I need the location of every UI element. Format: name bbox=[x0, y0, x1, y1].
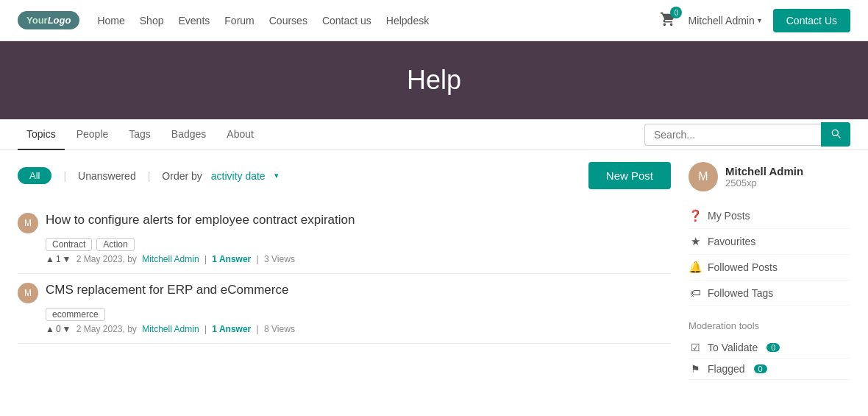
vote-control: ▲ 0 ▼ bbox=[46, 324, 71, 334]
new-post-button[interactable]: New Post bbox=[588, 162, 671, 189]
nav-link-forum[interactable]: Forum bbox=[224, 15, 254, 27]
user-name: Mitchell Admin bbox=[688, 15, 754, 27]
sidebar-mod-to-validate[interactable]: ☑To Validate0 bbox=[689, 337, 850, 359]
my-posts-icon: ❓ bbox=[689, 209, 702, 222]
post-tags: ecommerce bbox=[46, 308, 671, 321]
to-validate-icon: ☑ bbox=[689, 342, 702, 353]
filter-all-button[interactable]: All bbox=[18, 167, 51, 184]
post-views: 8 Views bbox=[264, 324, 295, 334]
post-tag[interactable]: Action bbox=[96, 238, 134, 251]
sidebar-item-my-posts[interactable]: ❓My Posts bbox=[689, 203, 850, 229]
sidebar-item-label: Followed Posts bbox=[708, 261, 778, 273]
tab-badges[interactable]: Badges bbox=[163, 119, 215, 150]
post-tag[interactable]: Contract bbox=[46, 238, 92, 251]
user-chevron-icon: ▾ bbox=[758, 16, 761, 24]
sidebar-avatar: M bbox=[689, 162, 718, 191]
tabs-container: TopicsPeopleTagsBadgesAbout bbox=[18, 119, 263, 149]
post-answers: 1 Answer bbox=[212, 254, 251, 264]
sidebar-mod-menu: ☑To Validate0⚑Flagged0 bbox=[689, 337, 850, 380]
vote-control: ▲ 1 ▼ bbox=[46, 254, 71, 264]
flagged-icon: ⚑ bbox=[689, 363, 702, 375]
hero-section: Help bbox=[0, 41, 868, 119]
sidebar-username: Mitchell Admin bbox=[725, 165, 803, 177]
post-author[interactable]: Mitchell Admin bbox=[140, 324, 199, 334]
post-meta: ▲ 0 ▼ 2 May 2023, by Mitchell Admin | 1 … bbox=[46, 324, 671, 334]
sidebar-mod-flagged[interactable]: ⚑Flagged0 bbox=[689, 359, 850, 380]
vote-up-icon[interactable]: ▲ bbox=[46, 324, 54, 334]
mod-item-label: To Validate bbox=[708, 342, 758, 353]
sidebar-moderation-title: Moderation tools bbox=[689, 320, 850, 331]
post-avatar: M bbox=[18, 283, 38, 303]
tab-tags[interactable]: Tags bbox=[120, 119, 160, 150]
mod-count-badge: 0 bbox=[766, 343, 780, 352]
user-menu[interactable]: Mitchell Admin ▾ bbox=[688, 15, 761, 27]
nav-link-shop[interactable]: Shop bbox=[140, 15, 164, 27]
filter-order: Order by activity date ▾ bbox=[162, 170, 278, 182]
sidebar-item-label: My Posts bbox=[708, 210, 750, 222]
mod-count-badge: 0 bbox=[754, 364, 767, 373]
sidebar-xp: 2505xp bbox=[725, 177, 803, 188]
filter-unanswered[interactable]: Unanswered bbox=[78, 170, 136, 182]
content-area: All | Unanswered | Order by activity dat… bbox=[18, 162, 671, 380]
post-header: M How to configure alerts for employee c… bbox=[18, 213, 671, 233]
sidebar-item-label: Followed Tags bbox=[708, 287, 773, 299]
vote-up-icon[interactable]: ▲ bbox=[46, 254, 54, 264]
nav-link-home[interactable]: Home bbox=[97, 15, 124, 27]
post-views: 3 Views bbox=[264, 254, 295, 264]
sidebar: M Mitchell Admin 2505xp ❓My Posts★Favour… bbox=[689, 162, 850, 380]
vote-count: 1 bbox=[56, 254, 61, 264]
tabs-bar: TopicsPeopleTagsBadgesAbout bbox=[0, 119, 868, 150]
logo[interactable]: YourLogo bbox=[18, 11, 79, 29]
cart-badge: 0 bbox=[670, 7, 682, 18]
filter-order-prefix: Order by bbox=[162, 170, 202, 182]
tab-people[interactable]: People bbox=[68, 119, 118, 150]
post-author[interactable]: Mitchell Admin bbox=[140, 254, 199, 264]
nav-links: HomeShopEventsForumCoursesContact usHelp… bbox=[97, 15, 660, 27]
main-layout: All | Unanswered | Order by activity dat… bbox=[0, 150, 868, 392]
nav-link-courses[interactable]: Courses bbox=[269, 15, 307, 27]
vote-down-icon[interactable]: ▼ bbox=[63, 254, 71, 264]
filter-bar: All | Unanswered | Order by activity dat… bbox=[18, 162, 671, 189]
post-item: M How to configure alerts for employee c… bbox=[18, 204, 671, 274]
vote-down-icon[interactable]: ▼ bbox=[63, 324, 71, 334]
tab-topics[interactable]: Topics bbox=[18, 119, 65, 150]
search-container bbox=[644, 122, 850, 147]
filter-sep-1: | bbox=[63, 170, 66, 182]
sidebar-item-label: Favourites bbox=[708, 236, 755, 247]
logo-logo: Logo bbox=[48, 15, 71, 26]
post-item: M CMS replacement for ERP and eCommerce … bbox=[18, 274, 671, 344]
search-button[interactable] bbox=[821, 122, 850, 147]
tab-about[interactable]: About bbox=[218, 119, 263, 150]
vote-count: 0 bbox=[56, 324, 61, 334]
posts-container: M How to configure alerts for employee c… bbox=[18, 204, 671, 344]
hero-title: Help bbox=[18, 65, 850, 96]
favourites-icon: ★ bbox=[689, 235, 702, 248]
followed-posts-icon: 🔔 bbox=[689, 261, 702, 274]
post-tags: ContractAction bbox=[46, 238, 671, 251]
sidebar-menu: ❓My Posts★Favourites🔔Followed Posts🏷Foll… bbox=[689, 203, 850, 306]
sidebar-item-favourites[interactable]: ★Favourites bbox=[689, 229, 850, 255]
search-input[interactable] bbox=[644, 124, 821, 146]
mod-item-label: Flagged bbox=[708, 363, 745, 375]
logo-your: Your bbox=[26, 15, 48, 26]
contact-us-button[interactable]: Contact Us bbox=[773, 9, 850, 32]
filter-order-chevron-icon[interactable]: ▾ bbox=[274, 171, 279, 180]
post-title[interactable]: How to configure alerts for employee con… bbox=[46, 213, 355, 228]
nav-link-events[interactable]: Events bbox=[178, 15, 210, 27]
sidebar-item-followed-posts[interactable]: 🔔Followed Posts bbox=[689, 255, 850, 281]
nav-link-contact-us[interactable]: Contact us bbox=[322, 15, 371, 27]
post-avatar: M bbox=[18, 213, 38, 233]
post-answers: 1 Answer bbox=[212, 324, 251, 334]
navbar: YourLogo HomeShopEventsForumCoursesConta… bbox=[0, 0, 868, 41]
filter-sep-2: | bbox=[148, 170, 151, 182]
sidebar-user: M Mitchell Admin 2505xp bbox=[689, 162, 850, 191]
post-header: M CMS replacement for ERP and eCommerce bbox=[18, 283, 671, 303]
nav-link-helpdesk[interactable]: Helpdesk bbox=[386, 15, 429, 27]
post-title[interactable]: CMS replacement for ERP and eCommerce bbox=[46, 283, 288, 297]
post-tag[interactable]: ecommerce bbox=[46, 308, 105, 321]
followed-tags-icon: 🏷 bbox=[689, 286, 702, 299]
sidebar-item-followed-tags[interactable]: 🏷Followed Tags bbox=[689, 281, 850, 306]
filter-order-link[interactable]: activity date bbox=[211, 170, 266, 182]
post-meta: ▲ 1 ▼ 2 May 2023, by Mitchell Admin | 1 … bbox=[46, 254, 671, 264]
cart-icon[interactable]: 0 bbox=[660, 11, 676, 29]
